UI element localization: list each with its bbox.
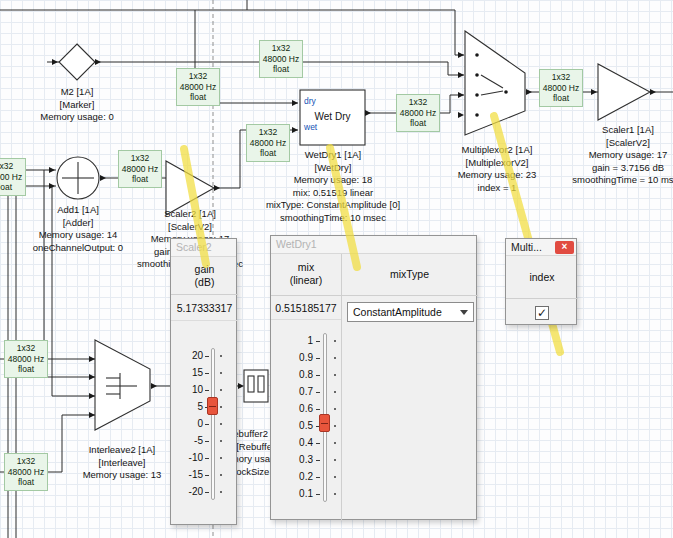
wire-type-label: 1x32 48000 Hz float	[4, 340, 48, 378]
caption-line: [ScalerV2]	[137, 221, 243, 234]
slider-tick-dot	[334, 476, 336, 478]
slider-tick-label: 0	[173, 418, 203, 430]
wire-type-label: 1x32 48000 Hz float	[259, 40, 303, 78]
wire-label-line: 1x32	[177, 71, 219, 82]
wire-label-line: float	[5, 364, 47, 375]
wire-label-line: float	[177, 92, 219, 103]
slider-tick-label: 10	[173, 384, 203, 396]
caption-line: Memory usage: 23	[458, 169, 537, 182]
index-checkbox[interactable]: ✓	[535, 306, 549, 320]
slider-tick-dot	[334, 357, 336, 359]
wire-label-line: 1x32	[5, 456, 47, 467]
wetdry1-caption: WetDry1 [1A][WetDry]Memory usage: 18mix:…	[266, 149, 400, 224]
slider-tick-label: 0.8	[283, 369, 313, 381]
scaler2-inspector-panel[interactable]: Scaler2 gain (dB) 5.17333317 20151050-5-…	[170, 238, 237, 525]
caption-line: [ScalerV2]	[572, 137, 673, 150]
slider-tick-label: 0.9	[283, 352, 313, 364]
slider-tick-label: 0.1	[283, 488, 313, 500]
slider-tick-label: 1	[283, 335, 313, 347]
wire-label-line: 48000 Hz	[119, 164, 161, 175]
wetdry1-inspector-panel[interactable]: WetDry1 mix (linear) mixType 0.515185177…	[270, 235, 477, 520]
slider-tick-mark	[205, 390, 209, 391]
multiplexor2-inspector-panel[interactable]: Multi... × index ✓	[505, 238, 577, 325]
slider-tick-label: 0.2	[283, 471, 313, 483]
slider-tick-label: 0.7	[283, 386, 313, 398]
wire-label-line: 48000 Hz	[177, 82, 219, 93]
scaler2-block[interactable]	[166, 161, 220, 215]
interleave2-caption: Interleave2 [1A][Interleave]Memory usage…	[83, 444, 162, 482]
slider-tick-label: 0.3	[283, 454, 313, 466]
wire-label-line: 48000 Hz	[540, 83, 582, 94]
wire-label-line: 48000 Hz	[5, 354, 47, 365]
wire-label-line: float	[260, 64, 302, 75]
caption-line: [WetDry]	[266, 162, 400, 175]
slider-tick-dot	[220, 389, 222, 391]
rebuffer2-block[interactable]	[238, 370, 268, 402]
wire-label-line: 48000 Hz	[0, 172, 25, 183]
slider-tick-mark	[316, 460, 320, 461]
slider-tick-dot	[220, 372, 222, 374]
slider-tick-mark	[205, 356, 209, 357]
slider-tick-mark	[316, 392, 320, 393]
caption-line: Scaler1 [1A]	[572, 124, 673, 137]
caption-line: gain = 3.7156 dB	[572, 162, 673, 175]
mix-slider[interactable]: 10.90.80.70.60.50.40.30.20.1	[271, 236, 476, 519]
m2-marker-block[interactable]	[52, 44, 101, 80]
schematic-canvas[interactable]: 1x32 48000 Hz float 1x32 48000 Hz float …	[0, 0, 673, 538]
slider-tick-dot	[220, 406, 222, 408]
slider-tick-mark	[316, 341, 320, 342]
slider-tick-dot	[220, 491, 222, 493]
slider-tick-label: -20	[173, 486, 203, 498]
wire-label-line: 1x32	[0, 161, 25, 172]
slider-tick-label: 0.6	[283, 403, 313, 415]
wetdry-block-label[interactable]: Wet Dry	[300, 111, 365, 122]
gain-slider[interactable]: 20151050-5-10-15-20	[171, 239, 236, 524]
wire-label-line: 1x32	[540, 72, 582, 83]
slider-tick-mark	[205, 475, 209, 476]
caption-line: [Interleave]	[83, 457, 162, 470]
slider-tick-label: 15	[173, 367, 203, 379]
multiplexor2-block[interactable]	[458, 31, 532, 135]
slider-handle[interactable]	[207, 397, 218, 415]
interleave2-block[interactable]	[89, 340, 157, 430]
wire-type-label: 1x32 48000 Hz float	[118, 150, 162, 188]
caption-line: Add1 [1A]	[33, 204, 123, 217]
add1-adder-block[interactable]	[49, 157, 106, 199]
slider-tick-mark	[316, 443, 320, 444]
slider-tick-label: -15	[173, 469, 203, 481]
caption-line: Memory usage: 17	[572, 149, 673, 162]
slider-tick-dot	[334, 408, 336, 410]
wire-type-label: 1x32 48000 Hz float	[539, 69, 583, 107]
scaler1-caption: Scaler1 [1A][ScalerV2]Memory usage: 17ga…	[572, 124, 673, 187]
caption-line: Memory usage: 14	[33, 229, 123, 242]
wetdry-dry-pin-label: dry	[304, 96, 316, 106]
slider-tick-mark	[205, 373, 209, 374]
slider-track[interactable]	[211, 348, 215, 500]
wire-label-line: float	[5, 477, 47, 488]
slider-tick-dot	[220, 457, 222, 459]
caption-line: mix: 0.51519 linear	[266, 187, 400, 200]
caption-line: [Adder]	[33, 217, 123, 230]
slider-handle[interactable]	[319, 414, 330, 432]
m2-caption: M2 [1A][Marker]Memory usage: 0	[40, 86, 113, 124]
slider-tick-label: 20	[173, 350, 203, 362]
caption-line: Memory usage: 18	[266, 174, 400, 187]
slider-tick-dot	[220, 440, 222, 442]
wire-label-line: 48000 Hz	[247, 138, 289, 149]
wire-type-label: 1x32 48000 Hz float	[4, 453, 48, 491]
add1-caption: Add1 [1A][Adder]Memory usage: 14oneChann…	[33, 204, 123, 254]
caption-line: Multiplexor2 [1A]	[458, 144, 537, 157]
caption-line: smoothingTime: 10 msec	[266, 212, 400, 225]
slider-tick-label: -5	[173, 435, 203, 447]
wire-label-line: float	[397, 118, 439, 129]
index-header: index	[506, 256, 578, 299]
wire-label-line: 1x32	[260, 43, 302, 54]
scaler1-block[interactable]	[591, 64, 656, 120]
wire-label-line: 48000 Hz	[5, 467, 47, 478]
wire-label-line: 1x32	[247, 127, 289, 138]
check-icon: ✓	[537, 306, 547, 320]
close-button[interactable]: ×	[555, 241, 574, 254]
slider-tick-mark	[205, 458, 209, 459]
slider-tick-dot	[334, 340, 336, 342]
caption-line: WetDry1 [1A]	[266, 149, 400, 162]
